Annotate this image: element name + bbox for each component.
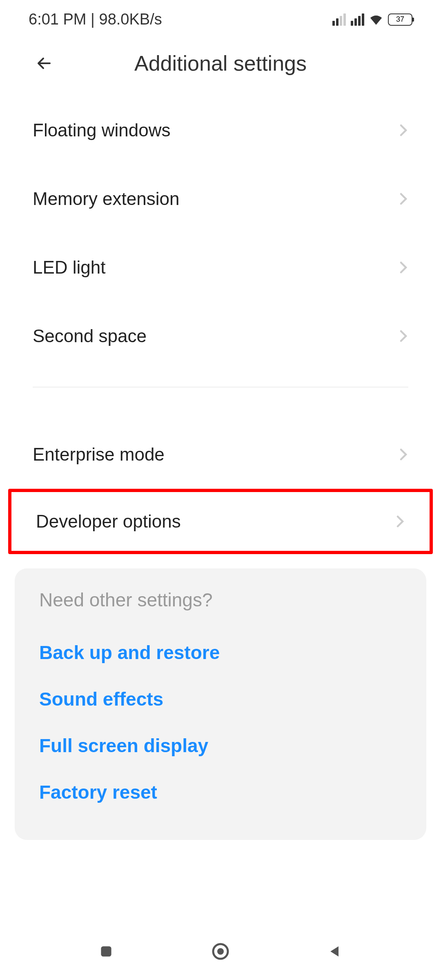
chevron-right-icon: [399, 122, 408, 138]
setting-label: Floating windows: [33, 120, 171, 140]
chevron-right-icon: [399, 191, 408, 207]
chevron-right-icon: [399, 446, 408, 463]
setting-floating-windows[interactable]: Floating windows: [0, 96, 441, 165]
divider: [33, 387, 408, 388]
link-factory-reset[interactable]: Factory reset: [39, 769, 402, 815]
battery-icon: 37: [388, 13, 412, 26]
square-icon: [99, 944, 114, 959]
setting-second-space[interactable]: Second space: [0, 302, 441, 370]
settings-list-group-2: Enterprise mode Developer options: [0, 420, 441, 554]
nav-home-button[interactable]: [210, 941, 231, 962]
setting-label: Developer options: [36, 511, 181, 532]
link-full-screen-display[interactable]: Full screen display: [39, 722, 402, 769]
setting-led-light[interactable]: LED light: [0, 233, 441, 302]
link-sound-effects[interactable]: Sound effects: [39, 676, 402, 722]
circle-icon: [211, 942, 230, 961]
setting-label: Memory extension: [33, 189, 179, 209]
signal-icon-1: [332, 13, 346, 26]
nav-recent-apps-button[interactable]: [96, 941, 116, 962]
setting-label: Second space: [33, 326, 147, 346]
setting-label: Enterprise mode: [33, 444, 165, 465]
page-title: Additional settings: [55, 51, 386, 76]
status-bar: 6:01 PM | 98.0KB/s 37: [0, 0, 441, 39]
svg-rect-0: [101, 946, 111, 956]
other-settings-title: Need other settings?: [39, 589, 402, 611]
navigation-bar: [0, 923, 441, 980]
status-icons: 37: [332, 13, 412, 26]
nav-back-button[interactable]: [325, 941, 345, 962]
chevron-right-icon: [399, 328, 408, 344]
svg-point-2: [217, 948, 224, 955]
settings-list-group-1: Floating windows Memory extension LED li…: [0, 96, 441, 370]
setting-enterprise-mode[interactable]: Enterprise mode: [0, 420, 441, 489]
arrow-left-icon: [34, 53, 54, 73]
header: Additional settings: [0, 39, 441, 96]
wifi-icon: [369, 14, 383, 25]
setting-memory-extension[interactable]: Memory extension: [0, 165, 441, 233]
setting-developer-options[interactable]: Developer options: [8, 489, 433, 554]
back-button[interactable]: [33, 52, 55, 75]
other-settings-card: Need other settings? Back up and restore…: [15, 568, 426, 840]
triangle-left-icon: [327, 944, 342, 959]
chevron-right-icon: [395, 513, 405, 530]
chevron-right-icon: [399, 259, 408, 276]
signal-icon-2: [351, 13, 364, 26]
setting-label: LED light: [33, 257, 106, 278]
link-back-up-and-restore[interactable]: Back up and restore: [39, 629, 402, 676]
status-time-speed: 6:01 PM | 98.0KB/s: [29, 11, 162, 28]
